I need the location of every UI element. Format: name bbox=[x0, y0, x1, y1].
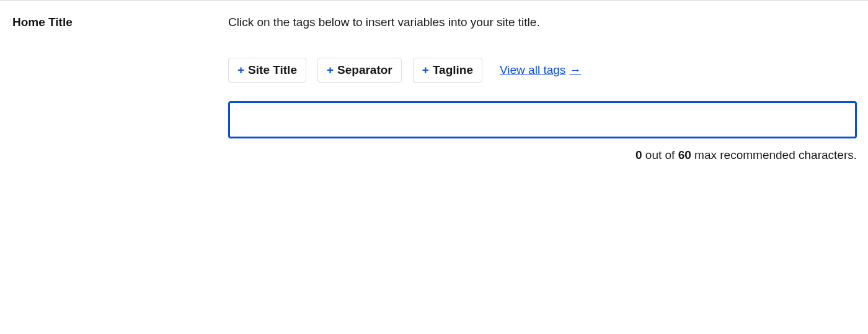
character-counter: 0 out of 60 max recommended characters. bbox=[228, 148, 857, 162]
insert-separator-label: Separator bbox=[337, 63, 392, 77]
home-title-input[interactable] bbox=[228, 101, 857, 138]
insert-tagline-button[interactable]: + Tagline bbox=[413, 58, 482, 83]
insert-tagline-label: Tagline bbox=[433, 63, 473, 77]
tag-row: + Site Title + Separator + Tagline View … bbox=[228, 58, 857, 83]
plus-icon: + bbox=[327, 63, 334, 77]
plus-icon: + bbox=[422, 63, 429, 77]
counter-mid: out of bbox=[642, 148, 678, 161]
insert-separator-button[interactable]: + Separator bbox=[317, 58, 402, 83]
help-text: Click on the tags below to insert variab… bbox=[228, 16, 857, 29]
insert-site-title-label: Site Title bbox=[248, 63, 297, 77]
arrow-right-icon: → bbox=[569, 63, 581, 77]
plus-icon: + bbox=[237, 63, 244, 77]
view-all-tags-label: View all tags bbox=[500, 63, 565, 77]
home-title-label: Home Title bbox=[12, 16, 216, 29]
view-all-tags-link[interactable]: View all tags → bbox=[500, 63, 581, 77]
counter-current: 0 bbox=[636, 148, 642, 161]
counter-max: 60 bbox=[678, 148, 691, 161]
counter-suffix: max recommended characters. bbox=[691, 148, 857, 161]
insert-site-title-button[interactable]: + Site Title bbox=[228, 58, 306, 83]
